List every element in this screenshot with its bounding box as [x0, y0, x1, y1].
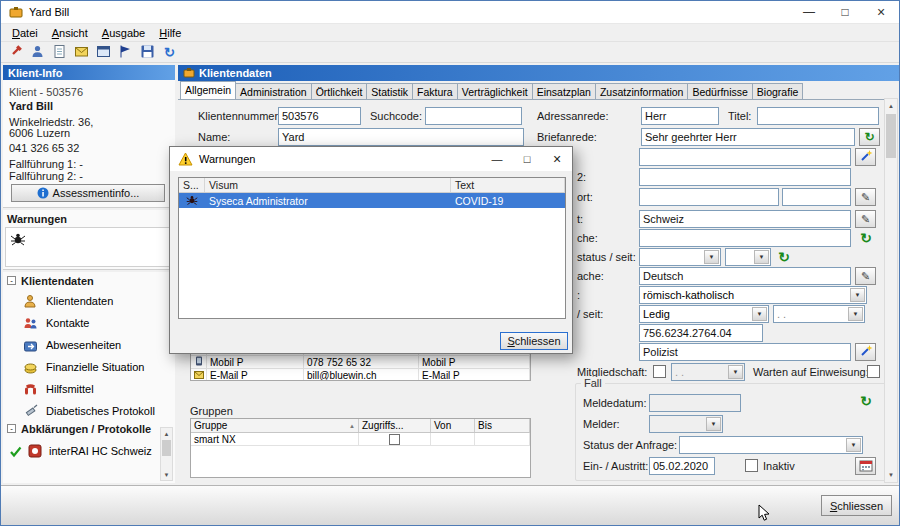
toolbar-refresh-button[interactable]: ↻ — [160, 43, 179, 62]
dropdown-arrow-icon[interactable]: ▼ — [848, 307, 863, 321]
table-row[interactable]: smart NX — [191, 433, 530, 446]
dialog-schliessen-button[interactable]: Schliessen — [500, 332, 568, 350]
sidebar-item-finanzielle-situation[interactable]: Finanzielle Situation — [3, 356, 159, 378]
tab-vertraeglichkeit[interactable]: Verträglichkeit — [457, 83, 533, 99]
meldedatum-refresh-button[interactable]: ↻ — [857, 392, 875, 410]
sidebar-item-klientendaten[interactable]: Klientendaten — [3, 290, 159, 312]
status-seit-select[interactable]: ▼ — [725, 248, 771, 266]
sprache-input[interactable] — [639, 267, 851, 285]
mitgliedschaft-checkbox[interactable] — [653, 365, 666, 378]
toolbar-tool-button[interactable] — [6, 43, 25, 62]
tab-faktura[interactable]: Faktura — [412, 83, 458, 99]
dropdown-arrow-icon[interactable]: ▼ — [728, 365, 743, 379]
dropdown-arrow-icon[interactable]: ▼ — [754, 250, 769, 264]
scrollbar-thumb[interactable] — [886, 114, 896, 158]
sprache-edit-button[interactable]: ✎ — [855, 267, 876, 285]
toolbar-document-button[interactable] — [50, 43, 69, 62]
tab-administration[interactable]: Administration — [235, 83, 312, 99]
scroll-up-icon[interactable]: ▲ — [885, 99, 897, 113]
name2-input[interactable] — [639, 168, 851, 186]
main-scrollbar[interactable]: ▲ ▼ — [884, 98, 898, 483]
inaktiv-checkbox[interactable] — [745, 459, 758, 472]
sidebar-item-hilfsmittel[interactable]: Hilfsmittel — [3, 378, 159, 400]
konfession-select[interactable]: römisch-katholisch▼ — [639, 286, 867, 304]
collapse-icon[interactable]: - — [7, 424, 16, 433]
calendar-button[interactable] — [855, 457, 876, 475]
name-input[interactable] — [278, 128, 524, 146]
warten-einweisung-checkbox[interactable] — [867, 365, 880, 378]
menu-datei[interactable]: Datei — [5, 25, 45, 41]
column-header-zugriffs[interactable]: Zugriffs... — [359, 419, 431, 432]
meldedatum-input[interactable] — [649, 394, 741, 412]
briefanrede-refresh-button[interactable]: ↻ — [859, 128, 880, 146]
column-header-text[interactable]: Text — [451, 178, 565, 192]
column-header-von[interactable]: Von — [431, 419, 475, 432]
table-row[interactable]: Mobil P 078 752 65 32 Mobil P — [191, 356, 530, 369]
table-row[interactable]: E-Mail P bill@bluewin.ch E-Mail P — [191, 369, 530, 381]
tab-statistik[interactable]: Statistik — [366, 83, 413, 99]
toolbar-mail-button[interactable] — [72, 43, 91, 62]
sidebar-item-kontakte[interactable]: Kontakte — [3, 312, 159, 334]
dropdown-arrow-icon[interactable]: ▼ — [752, 307, 767, 321]
column-header-gruppe[interactable]: Gruppe▲ — [191, 419, 359, 432]
vorname-input[interactable] — [639, 148, 851, 166]
dialog-minimize-button[interactable]: — — [482, 147, 512, 171]
toolbar-window-button[interactable] — [94, 43, 113, 62]
scrollbar-thumb[interactable] — [162, 440, 171, 456]
ort-input[interactable] — [639, 188, 779, 206]
tab-zusatzinformation[interactable]: Zusatzinformation — [595, 83, 688, 99]
warning-row-selected[interactable]: Syseca Administrator COVID-19 — [179, 193, 565, 208]
dropdown-arrow-icon[interactable]: ▼ — [850, 288, 865, 302]
tab-allgemein[interactable]: Allgemein — [180, 81, 236, 99]
column-header-visum[interactable]: Visum — [205, 178, 451, 192]
minimize-button[interactable]: — — [791, 1, 827, 24]
ort-zusatz-input[interactable] — [782, 188, 851, 206]
adressanrede-input[interactable] — [641, 107, 719, 125]
warnings-list[interactable] — [5, 227, 172, 267]
status-select[interactable]: ▼ — [639, 248, 721, 266]
menu-ausgabe[interactable]: Ausgabe — [95, 25, 152, 41]
menu-ansicht[interactable]: Ansicht — [45, 25, 95, 41]
tab-einsatzplan[interactable]: Einsatzplan — [532, 83, 596, 99]
tab-oertlichkeit[interactable]: Örtlichkeit — [311, 83, 368, 99]
wand-button[interactable] — [855, 148, 876, 166]
ort-edit-button[interactable]: ✎ — [855, 188, 876, 206]
ahv-nummer-input[interactable] — [639, 324, 763, 342]
toolbar-user-button[interactable] — [28, 43, 47, 62]
column-header-bis[interactable]: Bis — [475, 419, 530, 432]
dropdown-arrow-icon[interactable]: ▼ — [706, 417, 721, 431]
scroll-down-icon[interactable]: ▼ — [885, 468, 897, 482]
suchcode-input[interactable] — [425, 107, 522, 125]
che-refresh-button[interactable]: ↻ — [857, 229, 875, 247]
land-edit-button[interactable]: ✎ — [855, 210, 876, 228]
scroll-down-icon[interactable]: ▼ — [161, 469, 172, 480]
beruf-wand-button[interactable] — [855, 343, 876, 361]
toolbar-save-button[interactable] — [138, 43, 157, 62]
dropdown-arrow-icon[interactable]: ▼ — [704, 250, 719, 264]
klientennummer-input[interactable] — [278, 107, 361, 125]
footer-schliessen-button[interactable]: Schliessen — [821, 495, 892, 516]
status-anfrage-select[interactable]: ▼ — [679, 436, 863, 454]
dialog-close-button[interactable]: × — [542, 147, 572, 171]
melder-select[interactable]: ▼ — [649, 415, 723, 433]
briefanrede-input[interactable] — [641, 128, 855, 146]
sidebar-scrollbar[interactable]: ▲ ▼ — [160, 427, 173, 481]
maximize-button[interactable]: □ — [827, 1, 863, 24]
che-input[interactable] — [639, 229, 851, 247]
tab-biografie[interactable]: Biografie — [752, 83, 803, 99]
sidebar-item-abwesenheiten[interactable]: Abwesenheiten — [3, 334, 159, 356]
collapse-icon[interactable]: - — [7, 276, 16, 285]
sidebar-item-diabetisches-protokoll[interactable]: Diabetisches Protokoll — [3, 400, 159, 422]
menu-hilfe[interactable]: Hilfe — [152, 25, 188, 41]
scroll-up-icon[interactable]: ▲ — [161, 428, 172, 439]
dialog-maximize-button[interactable]: □ — [512, 147, 542, 171]
sidebar-item-interrai[interactable]: interRAI HC Schweiz — [3, 440, 159, 462]
mitgliedschaft-date-select[interactable]: . .▼ — [671, 363, 745, 381]
status-refresh-button[interactable]: ↻ — [775, 248, 793, 266]
beruf-input[interactable] — [639, 343, 851, 361]
eintritt-input[interactable] — [649, 457, 715, 475]
column-header-s[interactable]: S... — [179, 178, 205, 192]
toolbar-flag-button[interactable] — [116, 43, 135, 62]
zugriff-checkbox[interactable] — [389, 434, 400, 445]
tab-beduerfnisse[interactable]: Bedürfnisse — [687, 83, 752, 99]
